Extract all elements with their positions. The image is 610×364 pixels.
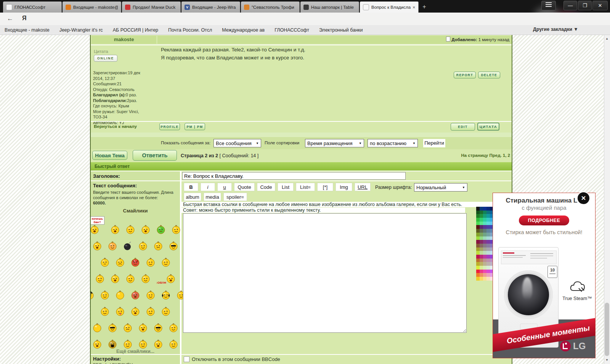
- palette-swatch[interactable]: [480, 233, 483, 236]
- palette-swatch[interactable]: [476, 255, 480, 259]
- palette-swatch[interactable]: [480, 218, 483, 222]
- bookmark-item[interactable]: Jeep-Wrangler it's rc: [59, 27, 103, 33]
- browser-tab[interactable]: Входящие - makoste@: [63, 2, 121, 13]
- smiley-sign[interactable]: хочешьбан?: [90, 216, 104, 236]
- ad-close-button[interactable]: ✕: [577, 192, 590, 205]
- palette-swatch[interactable]: [476, 211, 480, 214]
- palette-swatch[interactable]: [483, 218, 486, 222]
- palette-swatch[interactable]: [483, 236, 486, 240]
- smiley-cool[interactable]: [108, 323, 117, 334]
- smiley-face[interactable]: [111, 274, 120, 285]
- smiley-face[interactable]: [100, 290, 109, 302]
- reply-button[interactable]: Ответить: [133, 150, 177, 161]
- palette-swatch[interactable]: [480, 251, 483, 255]
- palette-swatch[interactable]: [480, 277, 483, 281]
- smiley-face[interactable]: [169, 323, 178, 334]
- bbcode-button-i[interactable]: i: [201, 183, 215, 191]
- palette-swatch[interactable]: [476, 207, 480, 211]
- smiley-devil[interactable]: [131, 257, 140, 269]
- palette-swatch[interactable]: [480, 255, 483, 259]
- bookmark-item[interactable]: Электронный банки: [319, 27, 363, 33]
- palette-swatch[interactable]: [480, 214, 483, 218]
- palette-swatch[interactable]: [486, 222, 490, 225]
- palette-swatch[interactable]: [483, 266, 486, 270]
- bookmark-item[interactable]: ГЛОНАСССофт: [274, 27, 309, 33]
- palette-swatch[interactable]: [486, 229, 490, 233]
- bbcode-button-media[interactable]: media: [204, 193, 221, 201]
- palette-swatch[interactable]: [486, 207, 490, 211]
- report-button[interactable]: REPORT: [454, 72, 476, 78]
- palette-swatch[interactable]: [486, 214, 490, 218]
- smiley-face[interactable]: [141, 274, 150, 285]
- smiley-plain[interactable]: [93, 323, 102, 334]
- smiley-hat[interactable]: [90, 290, 94, 302]
- bbcode-button-code[interactable]: Code: [257, 183, 275, 191]
- palette-swatch[interactable]: [486, 259, 490, 262]
- palette-swatch[interactable]: [486, 211, 490, 214]
- scrollbar-thumb[interactable]: [605, 303, 609, 356]
- bbcode-button-img[interactable]: Img: [336, 183, 352, 191]
- scroll-up-arrow[interactable]: ▲: [604, 36, 610, 42]
- palette-swatch[interactable]: [486, 240, 490, 244]
- smiley-face[interactable]: [131, 307, 140, 318]
- smiley-face[interactable]: [138, 241, 148, 252]
- browser-tab[interactable]: Наш автопарк | Table: [300, 2, 359, 13]
- bbcode-checkbox[interactable]: [184, 356, 189, 362]
- subject-input[interactable]: [182, 172, 406, 180]
- palette-swatch[interactable]: [486, 233, 490, 236]
- smiley-face[interactable]: [100, 307, 109, 318]
- go-button[interactable]: Перейти: [423, 139, 445, 147]
- palette-swatch[interactable]: [476, 259, 480, 262]
- palette-swatch[interactable]: [486, 273, 490, 277]
- palette-swatch[interactable]: [476, 244, 480, 247]
- smiley-face[interactable]: [93, 241, 102, 252]
- palette-swatch[interactable]: [476, 236, 480, 240]
- smiley-face[interactable]: [126, 274, 135, 285]
- smiley-face[interactable]: [154, 241, 163, 252]
- palette-swatch[interactable]: [486, 244, 490, 247]
- bbcode-button-u[interactable]: u: [217, 183, 232, 191]
- message-textarea[interactable]: [183, 213, 467, 333]
- delete-button[interactable]: DELETE: [478, 72, 500, 78]
- palette-swatch[interactable]: [483, 277, 486, 281]
- bbcode-button-b[interactable]: B: [184, 183, 198, 191]
- smiley-face[interactable]: [141, 225, 150, 236]
- palette-swatch[interactable]: [483, 222, 486, 225]
- palette-swatch[interactable]: [483, 259, 486, 262]
- quote-link[interactable]: Цитата: [94, 48, 108, 54]
- profile-button[interactable]: PROFILE: [159, 123, 180, 130]
- palette-swatch[interactable]: [483, 270, 486, 273]
- palette-swatch[interactable]: [483, 214, 486, 218]
- palette-swatch[interactable]: [480, 211, 483, 214]
- smiley-face[interactable]: [138, 323, 148, 334]
- smiley-face[interactable]: [123, 323, 132, 334]
- smiley-face[interactable]: [131, 290, 140, 302]
- smiley-cool[interactable]: [154, 323, 163, 334]
- browser-tab[interactable]: Продаю! Манки Duck: [122, 2, 181, 13]
- palette-swatch[interactable]: [483, 211, 486, 214]
- palette-swatch[interactable]: [476, 247, 480, 251]
- palette-swatch[interactable]: [486, 255, 490, 259]
- palette-swatch[interactable]: [480, 225, 483, 229]
- browser-tab[interactable]: "Севастополь Трофи: [241, 2, 300, 13]
- palette-swatch[interactable]: [480, 262, 483, 266]
- edit-button[interactable]: EDIT: [451, 123, 475, 131]
- palette-swatch[interactable]: [480, 229, 483, 233]
- restore-button[interactable]: ❐: [578, 1, 592, 10]
- smiley-face[interactable]: [95, 274, 104, 285]
- show-posts-select[interactable]: Все сообщения▼: [214, 139, 261, 147]
- browser-tab[interactable]: ГЛОНАССсофт: [3, 2, 62, 13]
- smiley-face[interactable]: [146, 307, 155, 318]
- palette-swatch[interactable]: [486, 247, 490, 251]
- smiley-txt[interactable]: :OS!!H: [156, 274, 175, 285]
- smiley-face[interactable]: [111, 225, 120, 236]
- palette-swatch[interactable]: [476, 251, 480, 255]
- scroll-down-arrow[interactable]: ▼: [604, 357, 610, 363]
- palette-swatch[interactable]: [486, 270, 490, 273]
- palette-swatch[interactable]: [486, 262, 490, 266]
- palette-swatch[interactable]: [486, 236, 490, 240]
- palette-swatch[interactable]: [476, 233, 480, 236]
- fontsize-select[interactable]: Нормальный▼: [414, 183, 467, 192]
- palette-swatch[interactable]: [486, 251, 490, 255]
- smiley-face[interactable]: [116, 257, 125, 269]
